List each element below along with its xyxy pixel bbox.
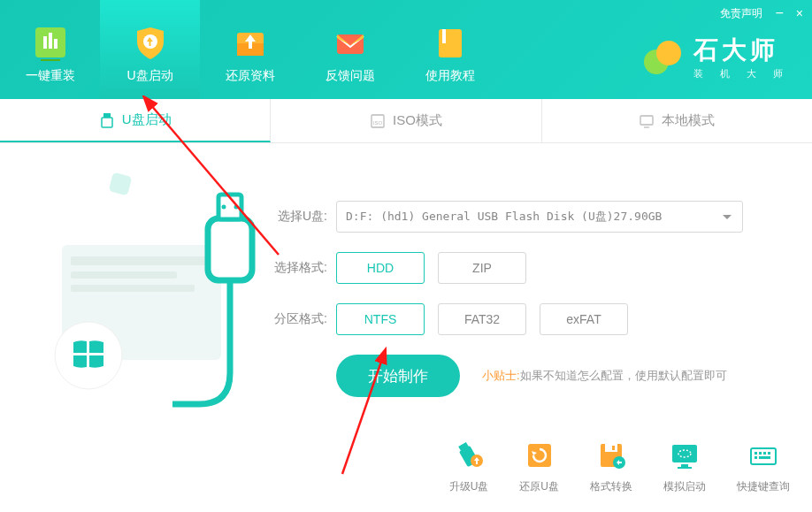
illustration [27, 161, 265, 409]
tool-label: 升级U盘 [449, 479, 489, 494]
top-nav: 一键重装 U盘启动 还原资料 反馈问题 使用教程 [0, 0, 500, 99]
bottom-tools: 升级U盘 还原U盘 格式转换 模拟启动 快捷键查询 [449, 439, 790, 494]
start-button[interactable]: 开始制作 [336, 355, 460, 397]
svg-rect-9 [439, 29, 462, 57]
tab-iso[interactable]: ISO ISO模式 [271, 99, 541, 142]
app-logo: 石大师 装 机 大 师 [642, 34, 790, 80]
nav-tutorial[interactable]: 使用教程 [400, 0, 500, 99]
nav-label: U盘启动 [126, 68, 172, 84]
usb-icon [99, 112, 115, 128]
main-content: 选择U盘: D:F: (hd1) General USB Flash Disk … [0, 143, 812, 409]
partition-fat32[interactable]: FAT32 [438, 303, 526, 335]
keyboard-icon [747, 439, 780, 472]
svg-rect-32 [528, 444, 551, 467]
svg-rect-25 [208, 218, 252, 280]
svg-rect-21 [71, 256, 212, 265]
nav-feedback[interactable]: 反馈问题 [300, 0, 400, 99]
svg-rect-37 [672, 445, 697, 462]
svg-rect-4 [41, 59, 60, 61]
mail-icon [332, 24, 369, 61]
book-icon [432, 24, 469, 61]
svg-rect-34 [605, 444, 617, 452]
svg-point-12 [656, 41, 681, 65]
box-up-icon [232, 24, 269, 61]
tab-label: ISO模式 [393, 112, 442, 129]
svg-text:ISO: ISO [373, 120, 383, 126]
usb-upgrade-icon [452, 439, 486, 472]
svg-rect-44 [763, 452, 766, 455]
nav-label: 使用教程 [425, 68, 475, 84]
partition-ntfs[interactable]: NTFS [336, 303, 425, 335]
svg-rect-8 [337, 34, 364, 54]
svg-rect-35 [612, 446, 615, 450]
disk-icon [594, 439, 628, 472]
svg-rect-1 [43, 36, 47, 49]
nav-usb-boot[interactable]: U盘启动 [100, 0, 200, 99]
svg-point-28 [234, 205, 239, 210]
svg-rect-2 [49, 33, 52, 49]
tip-text: 小贴士:如果不知道怎么配置，使用默认配置即可 [482, 368, 727, 384]
mode-tabs: U盘启动 ISO ISO模式 本地模式 [0, 99, 812, 143]
tab-label: 本地模式 [662, 112, 715, 129]
tab-local[interactable]: 本地模式 [542, 99, 812, 142]
nav-restore[interactable]: 还原资料 [200, 0, 300, 99]
svg-rect-3 [54, 39, 57, 49]
logo-subtitle: 装 机 大 师 [693, 67, 790, 80]
svg-rect-43 [759, 452, 762, 455]
tool-label: 还原U盘 [519, 479, 559, 494]
svg-rect-22 [71, 271, 177, 279]
tab-label: U盘启动 [122, 111, 172, 128]
svg-rect-19 [109, 172, 133, 196]
iso-icon: ISO [370, 113, 386, 129]
tool-simulate[interactable]: 模拟启动 [663, 439, 706, 494]
minimize-button[interactable]: − [775, 5, 783, 21]
format-hdd[interactable]: HDD [336, 252, 425, 284]
tip-prefix: 小贴士: [482, 369, 520, 382]
partition-label: 分区格式: [265, 311, 327, 327]
svg-rect-39 [681, 464, 688, 467]
format-zip[interactable]: ZIP [438, 252, 526, 284]
shield-usb-icon [132, 24, 169, 61]
usb-dropdown-value: D:F: (hd1) General USB Flash Disk (U盘)27… [346, 209, 662, 225]
nav-label: 一键重装 [26, 68, 75, 84]
tool-label: 模拟启动 [663, 479, 706, 494]
monitor-boot-icon [668, 439, 701, 472]
titlebar: 免责声明 − × [720, 5, 803, 21]
disclaimer-link[interactable]: 免责声明 [720, 6, 762, 21]
svg-rect-10 [442, 29, 446, 43]
close-button[interactable]: × [796, 6, 803, 20]
format-label: 选择格式: [265, 260, 327, 276]
logo-icon [642, 37, 683, 78]
form: 选择U盘: D:F: (hd1) General USB Flash Disk … [265, 161, 785, 409]
nav-label: 还原资料 [226, 68, 275, 84]
tool-restore-usb[interactable]: 还原U盘 [519, 439, 559, 494]
partition-exfat[interactable]: exFAT [540, 303, 628, 335]
bars-icon [32, 24, 69, 61]
svg-rect-42 [755, 452, 757, 455]
svg-rect-17 [640, 116, 653, 125]
restore-icon [523, 439, 556, 472]
svg-rect-14 [102, 118, 112, 127]
select-usb-label: 选择U盘: [265, 209, 327, 225]
header: 一键重装 U盘启动 还原资料 反馈问题 使用教程 免责声明 [0, 0, 812, 99]
svg-rect-40 [678, 467, 692, 469]
svg-rect-23 [71, 285, 195, 292]
svg-point-24 [55, 322, 122, 389]
nav-label: 反馈问题 [326, 68, 375, 84]
nav-reinstall[interactable]: 一键重装 [0, 0, 100, 99]
tip-body: 如果不知道怎么配置，使用默认配置即可 [520, 369, 727, 382]
tool-label: 快捷键查询 [737, 479, 790, 494]
tab-usb[interactable]: U盘启动 [0, 99, 271, 142]
tool-shortcut[interactable]: 快捷键查询 [737, 439, 790, 494]
tool-format[interactable]: 格式转换 [590, 439, 632, 494]
tool-label: 格式转换 [590, 479, 632, 494]
monitor-icon [639, 113, 655, 129]
svg-rect-47 [759, 456, 770, 459]
svg-rect-46 [755, 456, 757, 459]
tool-upgrade[interactable]: 升级U盘 [449, 439, 489, 494]
logo-title: 石大师 [693, 34, 790, 67]
svg-rect-45 [768, 452, 770, 455]
usb-dropdown[interactable]: D:F: (hd1) General USB Flash Disk (U盘)27… [336, 201, 743, 233]
svg-point-27 [222, 205, 226, 210]
